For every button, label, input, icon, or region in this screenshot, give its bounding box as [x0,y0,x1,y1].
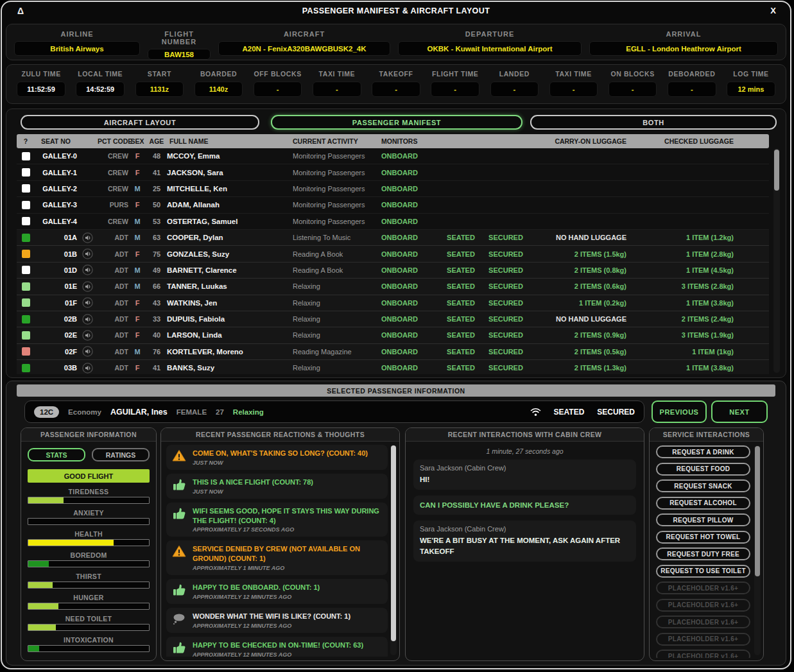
status-indicator-box[interactable] [22,298,30,307]
status-indicator-box[interactable] [22,250,30,258]
cell-seat: GALLEY-4 [35,218,77,225]
manifest-row[interactable]: 03B ADT F 41 BANKS, Suzy Relaxing ONBOAR… [17,360,769,374]
flight-field-value[interactable]: EGLL - London Heathrow Airport [589,41,778,56]
manifest-row[interactable]: 01B ADT F 75 GONZALES, Suzy Reading A Bo… [17,246,769,262]
manifest-row[interactable]: GALLEY-2 CREW M 25 MITCHELLE, Ken Monito… [17,181,769,197]
stat-bar-fill [28,582,53,588]
speaker-icon[interactable] [82,264,93,275]
crew-messages-list: 1 minute, 27 seconds agoSara Jackson (Ca… [406,442,644,571]
cell-checked: 3 ITEMS (1.9kg) [626,331,769,339]
speaker-icon[interactable] [82,281,93,292]
selected-passenger-panel: SELECTED PASSENGER INFORMATION 12C Econo… [6,381,786,666]
speaker-icon[interactable] [82,314,93,325]
flight-field-value[interactable]: A20N - FenixA320BAWGBUSK2_4K [218,41,390,56]
previous-passenger-button[interactable]: PREVIOUS [652,401,707,423]
cell-seated: SEATED [440,250,481,258]
manifest-row[interactable]: GALLEY-1 CREW F 41 JACKSON, Sara Monitor… [17,164,769,180]
status-indicator-box[interactable] [22,168,30,177]
time-field: LOCAL TIME 14:52:59 [71,70,130,103]
stat-bar-fill [28,625,56,630]
flight-mood-banner: GOOD FLIGHT [28,469,150,483]
flight-field-value[interactable]: British Airways [14,41,140,56]
service-request-button[interactable]: REQUEST FOOD [656,463,750,476]
status-indicator-box[interactable] [22,217,30,225]
time-field-value: - [668,82,716,97]
tab-passenger-manifest[interactable]: PASSENGER MANIFEST [271,115,522,130]
cell-age: 49 [146,266,167,274]
services-scrollbar[interactable] [754,445,761,655]
thumbs-up-icon [172,583,186,596]
manifest-row[interactable]: 02F ADT M 76 KORTLEVER, Moreno Reading M… [17,344,769,360]
cell-activity: Relaxing [293,315,371,323]
speaker-icon[interactable] [82,232,93,243]
stats-tab-button[interactable]: STATS [28,448,85,461]
time-field-label: TAXI TIME [319,70,356,78]
manifest-row[interactable]: GALLEY-3 PURS F 50 ADAM, Allanah Monitor… [17,197,769,213]
stat-bar [28,497,150,504]
flight-field-value[interactable]: BAW158 [148,49,211,60]
flight-field-value[interactable]: OKBK - Kuwait International Airport [398,41,582,56]
service-request-button[interactable]: REQUEST A DRINK [656,445,750,458]
cell-checked: 1 ITEM (3.8kg) [626,299,769,307]
reactions-scrollbar-thumb[interactable] [391,445,396,641]
manifest-row[interactable]: 02E ADT F 40 LARSON, Linda Relaxing ONBO… [17,327,769,343]
status-indicator-box[interactable] [22,282,30,291]
time-field-label: START [148,70,171,78]
status-indicator-box[interactable] [22,201,30,209]
services-scrollbar-thumb[interactable] [755,446,760,576]
cell-age: 75 [146,250,167,258]
time-field: TAXI TIME - [544,70,603,103]
service-request-button[interactable]: REQUEST ALCOHOL [656,497,750,510]
status-indicator-box[interactable] [22,184,30,193]
cell-pct-code: ADT [98,250,128,258]
table-scrollbar[interactable] [773,148,780,373]
stat-label: ANXIETY [28,509,150,517]
status-indicator-box[interactable] [22,315,30,323]
manifest-row[interactable]: 01A ADT M 63 COOPER, Dylan Listening To … [17,230,769,246]
time-field-label: TAKEOFF [379,70,413,78]
status-indicator-box[interactable] [22,364,30,372]
speaker-icon[interactable] [82,346,93,357]
service-placeholder-button: PLACEHOLDER v1.6+ [656,633,750,646]
manifest-row[interactable]: GALLEY-4 CREW M 53 OSTERTAG, Samuel Moni… [17,214,769,230]
tab-both[interactable]: BOTH [530,115,777,130]
close-icon[interactable]: X [770,6,776,15]
cell-checked: 1 ITEM (1kg) [626,348,769,356]
status-indicator-box[interactable] [22,266,30,274]
service-request-button[interactable]: REQUEST TO USE TOILET [656,565,750,578]
cell-seat: GALLEY-2 [35,185,77,193]
speaker-icon[interactable] [82,330,93,341]
status-indicator-box[interactable] [22,331,30,340]
cell-speaker [77,264,98,275]
next-passenger-button[interactable]: NEXT [711,401,768,423]
cell-onboard: ONBOARD [371,169,440,177]
crew-interactions-panel: RECENT INTERACTIONS WITH CABIN CREW 1 mi… [405,427,644,661]
manifest-row[interactable]: 01D ADT M 49 BARNETT, Clarence Reading A… [17,263,769,279]
status-indicator-box[interactable] [22,234,30,242]
cell-sex: F [128,331,146,339]
speaker-icon[interactable] [82,248,93,259]
speaker-icon[interactable] [82,297,93,308]
manifest-row[interactable]: GALLEY-0 CREW F 48 MCCOY, Emma Monitorin… [17,148,769,164]
service-request-button[interactable]: REQUEST SNACK [656,479,750,492]
warning-icon [172,545,186,558]
speaker-icon[interactable] [82,363,93,374]
reaction-time: JUST NOW [193,488,313,495]
time-field: ON BLOCKS - [603,70,662,103]
table-scrollbar-thumb[interactable] [774,150,779,191]
manifest-panel: AIRCRAFT LAYOUTPASSENGER MANIFESTBOTH ? … [6,108,786,378]
service-request-button[interactable]: REQUEST DUTY FREE [656,547,750,560]
status-indicator-box[interactable] [22,347,30,356]
manifest-row[interactable]: 01E ADT M 66 TANNER, Luukas Relaxing ONB… [17,279,769,295]
service-request-button[interactable]: REQUEST PILLOW [656,513,750,526]
manifest-row[interactable]: 01F ADT F 43 WATKINS, Jen Relaxing ONBOA… [17,295,769,311]
ratings-tab-button[interactable]: RATINGS [92,448,150,461]
manifest-row[interactable]: 02B ADT F 33 DUPUIS, Fabiola Relaxing ON… [17,311,769,327]
reactions-scrollbar[interactable] [390,445,397,655]
status-indicator-box[interactable] [22,152,30,160]
cell-seat: 01A [35,234,77,241]
service-request-button[interactable]: REQUEST HOT TOWEL [656,531,750,544]
tab-aircraft-layout[interactable]: AIRCRAFT LAYOUT [21,115,259,130]
cell-full-name: MCCOY, Emma [167,152,293,160]
time-field: BOARDED 1140z [189,70,248,103]
